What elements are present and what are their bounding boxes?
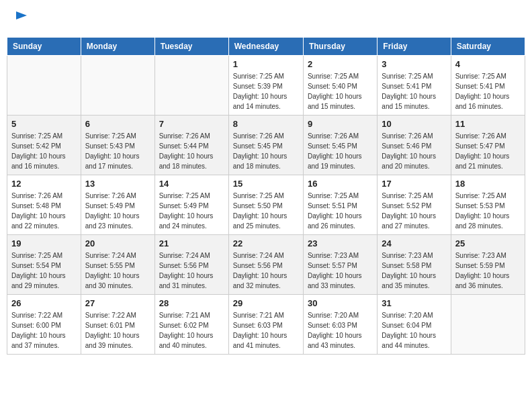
calendar-week-row: 12Sunrise: 7:26 AM Sunset: 5:48 PM Dayli… (7, 175, 525, 235)
day-number: 31 (382, 298, 446, 308)
day-number: 15 (233, 179, 299, 189)
calendar-table: SundayMondayTuesdayWednesdayThursdayFrid… (7, 37, 525, 355)
day-number: 21 (159, 238, 224, 248)
day-info: Sunrise: 7:21 AM Sunset: 6:02 PM Dayligh… (159, 310, 224, 351)
day-number: 28 (159, 298, 224, 308)
day-number: 6 (85, 119, 150, 129)
day-info: Sunrise: 7:25 AM Sunset: 5:41 PM Dayligh… (382, 71, 446, 111)
day-number: 12 (11, 179, 77, 189)
day-number: 5 (11, 119, 77, 129)
calendar-cell: 28Sunrise: 7:21 AM Sunset: 6:02 PM Dayli… (154, 295, 228, 355)
day-info: Sunrise: 7:26 AM Sunset: 5:45 PM Dayligh… (308, 131, 373, 171)
logo-flag-icon (15, 10, 28, 24)
calendar-cell: 1Sunrise: 7:25 AM Sunset: 5:39 PM Daylig… (228, 56, 303, 116)
day-number: 18 (455, 179, 521, 189)
calendar-cell: 9Sunrise: 7:26 AM Sunset: 5:45 PM Daylig… (303, 116, 377, 175)
calendar-cell: 12Sunrise: 7:26 AM Sunset: 5:48 PM Dayli… (7, 175, 81, 235)
calendar-cell: 27Sunrise: 7:22 AM Sunset: 6:01 PM Dayli… (81, 295, 154, 355)
day-info: Sunrise: 7:26 AM Sunset: 5:47 PM Dayligh… (455, 131, 521, 171)
column-header-sunday: Sunday (7, 38, 81, 56)
day-number: 30 (308, 298, 373, 308)
day-number: 25 (455, 238, 521, 248)
column-header-tuesday: Tuesday (154, 38, 228, 56)
day-info: Sunrise: 7:25 AM Sunset: 5:39 PM Dayligh… (233, 71, 299, 111)
calendar-cell: 31Sunrise: 7:20 AM Sunset: 6:04 PM Dayli… (378, 295, 451, 355)
day-info: Sunrise: 7:21 AM Sunset: 6:03 PM Dayligh… (233, 310, 299, 351)
calendar-cell: 4Sunrise: 7:25 AM Sunset: 5:41 PM Daylig… (451, 56, 525, 116)
column-header-wednesday: Wednesday (228, 38, 303, 56)
day-number: 2 (308, 59, 373, 69)
day-number: 8 (233, 119, 299, 129)
calendar-week-row: 5Sunrise: 7:25 AM Sunset: 5:42 PM Daylig… (7, 116, 525, 175)
calendar-cell: 6Sunrise: 7:25 AM Sunset: 5:43 PM Daylig… (81, 116, 154, 175)
day-info: Sunrise: 7:26 AM Sunset: 5:49 PM Dayligh… (85, 191, 150, 231)
day-info: Sunrise: 7:25 AM Sunset: 5:50 PM Dayligh… (233, 191, 299, 231)
day-info: Sunrise: 7:25 AM Sunset: 5:41 PM Dayligh… (455, 71, 521, 111)
calendar-cell (81, 56, 154, 116)
day-info: Sunrise: 7:20 AM Sunset: 6:04 PM Dayligh… (382, 310, 446, 351)
logo (13, 10, 28, 27)
calendar-week-row: 19Sunrise: 7:25 AM Sunset: 5:54 PM Dayli… (7, 235, 525, 295)
day-number: 19 (11, 238, 77, 248)
calendar-cell (7, 56, 81, 116)
day-number: 14 (159, 179, 224, 189)
day-number: 20 (85, 238, 150, 248)
day-info: Sunrise: 7:25 AM Sunset: 5:52 PM Dayligh… (382, 191, 446, 231)
calendar-cell: 14Sunrise: 7:25 AM Sunset: 5:49 PM Dayli… (154, 175, 228, 235)
column-header-saturday: Saturday (451, 38, 525, 56)
day-number: 27 (85, 298, 150, 308)
calendar-cell: 25Sunrise: 7:23 AM Sunset: 5:59 PM Dayli… (451, 235, 525, 295)
day-number: 23 (308, 238, 373, 248)
day-info: Sunrise: 7:25 AM Sunset: 5:43 PM Dayligh… (85, 131, 150, 171)
day-info: Sunrise: 7:25 AM Sunset: 5:51 PM Dayligh… (308, 191, 373, 231)
day-number: 10 (382, 119, 446, 129)
calendar-cell: 8Sunrise: 7:26 AM Sunset: 5:45 PM Daylig… (228, 116, 303, 175)
day-info: Sunrise: 7:26 AM Sunset: 5:45 PM Dayligh… (233, 131, 299, 171)
day-number: 7 (159, 119, 224, 129)
day-info: Sunrise: 7:24 AM Sunset: 5:56 PM Dayligh… (159, 250, 224, 291)
calendar-cell: 10Sunrise: 7:26 AM Sunset: 5:46 PM Dayli… (378, 116, 451, 175)
day-number: 17 (382, 179, 446, 189)
day-info: Sunrise: 7:25 AM Sunset: 5:54 PM Dayligh… (11, 250, 77, 291)
day-number: 24 (382, 238, 446, 248)
day-info: Sunrise: 7:24 AM Sunset: 5:55 PM Dayligh… (85, 250, 150, 291)
day-info: Sunrise: 7:25 AM Sunset: 5:40 PM Dayligh… (308, 71, 373, 111)
page-header (7, 7, 525, 30)
calendar-cell (451, 295, 525, 355)
calendar-cell: 13Sunrise: 7:26 AM Sunset: 5:49 PM Dayli… (81, 175, 154, 235)
calendar-cell: 17Sunrise: 7:25 AM Sunset: 5:52 PM Dayli… (378, 175, 451, 235)
svg-marker-0 (16, 11, 27, 19)
column-header-monday: Monday (81, 38, 154, 56)
calendar-cell: 3Sunrise: 7:25 AM Sunset: 5:41 PM Daylig… (378, 56, 451, 116)
calendar-cell: 24Sunrise: 7:23 AM Sunset: 5:58 PM Dayli… (378, 235, 451, 295)
column-header-friday: Friday (378, 38, 451, 56)
calendar-cell: 23Sunrise: 7:23 AM Sunset: 5:57 PM Dayli… (303, 235, 377, 295)
calendar-cell: 19Sunrise: 7:25 AM Sunset: 5:54 PM Dayli… (7, 235, 81, 295)
day-info: Sunrise: 7:20 AM Sunset: 6:03 PM Dayligh… (308, 310, 373, 351)
calendar-cell: 22Sunrise: 7:24 AM Sunset: 5:56 PM Dayli… (228, 235, 303, 295)
calendar-cell: 21Sunrise: 7:24 AM Sunset: 5:56 PM Dayli… (154, 235, 228, 295)
calendar-cell: 18Sunrise: 7:25 AM Sunset: 5:53 PM Dayli… (451, 175, 525, 235)
day-number: 1 (233, 59, 299, 69)
calendar-cell: 15Sunrise: 7:25 AM Sunset: 5:50 PM Dayli… (228, 175, 303, 235)
calendar-cell: 16Sunrise: 7:25 AM Sunset: 5:51 PM Dayli… (303, 175, 377, 235)
day-info: Sunrise: 7:26 AM Sunset: 5:48 PM Dayligh… (11, 191, 77, 231)
day-info: Sunrise: 7:25 AM Sunset: 5:49 PM Dayligh… (159, 191, 224, 231)
day-number: 3 (382, 59, 446, 69)
calendar-header-row: SundayMondayTuesdayWednesdayThursdayFrid… (7, 38, 525, 56)
calendar-cell: 2Sunrise: 7:25 AM Sunset: 5:40 PM Daylig… (303, 56, 377, 116)
day-info: Sunrise: 7:22 AM Sunset: 6:00 PM Dayligh… (11, 310, 77, 351)
day-number: 13 (85, 179, 150, 189)
day-info: Sunrise: 7:25 AM Sunset: 5:42 PM Dayligh… (11, 131, 77, 171)
day-info: Sunrise: 7:23 AM Sunset: 5:59 PM Dayligh… (455, 250, 521, 291)
day-number: 11 (455, 119, 521, 129)
day-number: 26 (11, 298, 77, 308)
calendar-cell: 26Sunrise: 7:22 AM Sunset: 6:00 PM Dayli… (7, 295, 81, 355)
day-info: Sunrise: 7:22 AM Sunset: 6:01 PM Dayligh… (85, 310, 150, 351)
day-info: Sunrise: 7:23 AM Sunset: 5:58 PM Dayligh… (382, 250, 446, 291)
day-number: 9 (308, 119, 373, 129)
day-info: Sunrise: 7:26 AM Sunset: 5:46 PM Dayligh… (382, 131, 446, 171)
calendar-cell: 11Sunrise: 7:26 AM Sunset: 5:47 PM Dayli… (451, 116, 525, 175)
calendar-cell (154, 56, 228, 116)
calendar-cell: 7Sunrise: 7:26 AM Sunset: 5:44 PM Daylig… (154, 116, 228, 175)
